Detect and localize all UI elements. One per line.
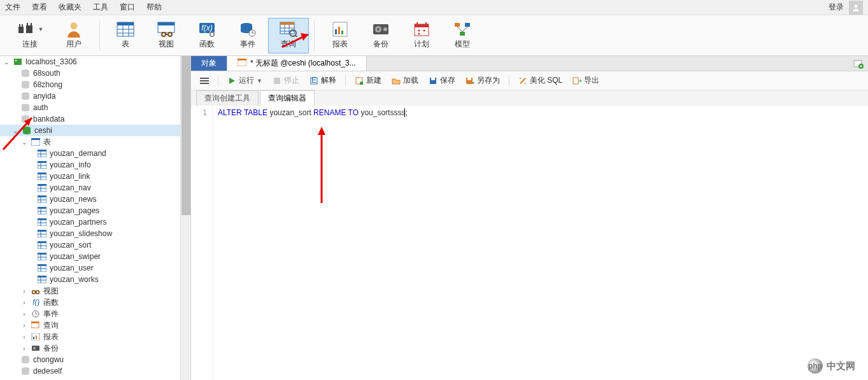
report-button[interactable]: 报表 (320, 18, 360, 53)
expand-icon[interactable]: › (20, 288, 28, 295)
save-label: 保存 (440, 75, 455, 86)
backup-button[interactable]: 备份 (360, 18, 401, 53)
tree-db[interactable]: auth (0, 102, 190, 113)
scrollbar[interactable] (180, 56, 190, 380)
sql-editor[interactable]: 1 ALTER TABLE youzan_sort RENAME TO you_… (191, 106, 868, 380)
tree-table[interactable]: youzan_sort (0, 239, 190, 251)
table-icon (37, 172, 47, 181)
new-button[interactable]: 新建 (351, 74, 385, 87)
svg-point-146 (525, 83, 526, 84)
expand-icon[interactable]: › (20, 334, 28, 341)
export-button[interactable]: 导出 (569, 74, 603, 87)
tree-db[interactable]: bankdata (0, 113, 190, 125)
svg-line-54 (462, 27, 467, 32)
view-button[interactable]: 视图 (146, 18, 187, 53)
svg-point-49 (418, 33, 420, 35)
tree-db[interactable]: 68zhong (0, 79, 190, 90)
tree-table[interactable]: youzan_partners (0, 216, 190, 228)
save-button[interactable]: 保存 (425, 74, 459, 87)
tree-node[interactable]: ›报表 (0, 331, 190, 342)
svg-point-113 (32, 291, 36, 294)
user-button[interactable]: 用户 (53, 18, 94, 53)
tree-node[interactable]: ›f()函数 (0, 297, 190, 308)
explain-button[interactable]: E 解释 (306, 74, 340, 87)
menubar-right: 登录 (829, 1, 863, 15)
tree-node[interactable]: ›事件 (0, 308, 190, 320)
tree-node[interactable]: ›视图 (0, 285, 190, 297)
tree-db-selected[interactable]: ⌄ ceshi (0, 125, 190, 136)
tree-table[interactable]: youzan_demand (0, 148, 190, 159)
menu-view[interactable]: 查看 (32, 2, 47, 13)
tree-db[interactable]: 68south (0, 67, 190, 79)
menu-tools[interactable]: 工具 (93, 2, 108, 13)
subtab-builder[interactable]: 查询创建工具 (196, 90, 259, 106)
tree-connection[interactable]: ⌄ localhost_3306 (0, 56, 190, 67)
tab-spacer (367, 56, 849, 71)
view-label: 视图 (159, 39, 174, 50)
collapse-icon[interactable]: ⌄ (20, 139, 28, 146)
table-icon (37, 218, 47, 227)
tree-table[interactable]: youzan_swiper (0, 251, 190, 262)
table-button[interactable]: 表 (105, 18, 146, 53)
tables-label: 表 (43, 137, 51, 148)
collapse-icon[interactable]: ⌄ (11, 127, 19, 134)
subtab-editor[interactable]: 查询编辑器 (260, 90, 315, 106)
expand-icon[interactable]: › (20, 322, 28, 329)
plug-icon (17, 21, 37, 38)
menu-hamburger[interactable] (196, 76, 213, 85)
model-button[interactable]: 模型 (442, 18, 483, 53)
tree-table[interactable]: youzan_info (0, 159, 190, 171)
tree-table[interactable]: youzan_slideshow (0, 228, 190, 239)
saveas-button[interactable]: 另存为 (462, 74, 504, 87)
menu-file[interactable]: 文件 (5, 2, 20, 13)
tree-node[interactable]: ›查询 (0, 320, 190, 331)
tree-table[interactable]: youzan_works (0, 274, 190, 285)
tree-table[interactable]: youzan_pages (0, 205, 190, 216)
run-button[interactable]: 运行 ▼ (224, 74, 266, 87)
tree-table[interactable]: youzan_nav (0, 182, 190, 194)
menu-fav[interactable]: 收藏夹 (59, 2, 82, 13)
connect-button[interactable]: ▼ 连接 (6, 18, 53, 53)
svg-rect-135 (274, 78, 280, 84)
menu-window[interactable]: 窗口 (120, 2, 135, 13)
avatar[interactable] (849, 1, 863, 15)
add-tab-button[interactable] (849, 56, 868, 71)
user-label: 用户 (66, 39, 82, 50)
function-button[interactable]: f(x) 函数 (187, 18, 227, 53)
expand-icon[interactable]: › (20, 345, 28, 352)
tree-db[interactable]: dedeself (0, 365, 190, 377)
table-label: 表 (122, 39, 129, 50)
tree-tables-folder[interactable]: ⌄ 表 (0, 136, 190, 148)
tree-node[interactable]: ›备份 (0, 342, 190, 354)
login-link[interactable]: 登录 (829, 2, 844, 13)
load-button[interactable]: 加载 (388, 74, 422, 87)
expand-icon[interactable]: › (20, 299, 28, 306)
database-icon (22, 126, 32, 135)
event-button[interactable]: 事件 (227, 18, 268, 53)
schedule-button[interactable]: 计划 (401, 18, 442, 53)
tab-object[interactable]: 对象 (191, 56, 227, 71)
tree-table[interactable]: youzan_news (0, 194, 190, 205)
tree-table[interactable]: youzan_user (0, 262, 190, 274)
svg-point-42 (383, 27, 387, 31)
tree-db[interactable]: anyida (0, 90, 190, 102)
db-label: 68south (33, 69, 60, 78)
expand-icon[interactable]: › (20, 311, 28, 318)
report-label: 报表 (332, 39, 348, 50)
svg-rect-22 (211, 33, 213, 36)
collapse-icon[interactable]: ⌄ (3, 59, 10, 66)
scroll-thumb[interactable] (181, 56, 190, 215)
query-icon (278, 21, 299, 38)
query-button[interactable]: 查询 (268, 18, 309, 53)
menu-help[interactable]: 帮助 (146, 2, 162, 13)
beautify-label: 美化 SQL (530, 75, 562, 86)
tree-table[interactable]: youzan_link (0, 171, 190, 182)
tab-query-doc[interactable]: * 无标题 @ceshi (localhost_3... (227, 56, 367, 71)
tree-db[interactable]: chongwu (0, 354, 190, 365)
code-area[interactable]: ALTER TABLE youzan_sort RENAME TO you_so… (213, 106, 868, 380)
database-icon (20, 367, 31, 376)
svg-point-114 (36, 291, 39, 294)
beautify-button[interactable]: 美化 SQL (515, 74, 566, 87)
table-label: youzan_news (50, 195, 96, 204)
run-label: 运行 (239, 75, 254, 86)
